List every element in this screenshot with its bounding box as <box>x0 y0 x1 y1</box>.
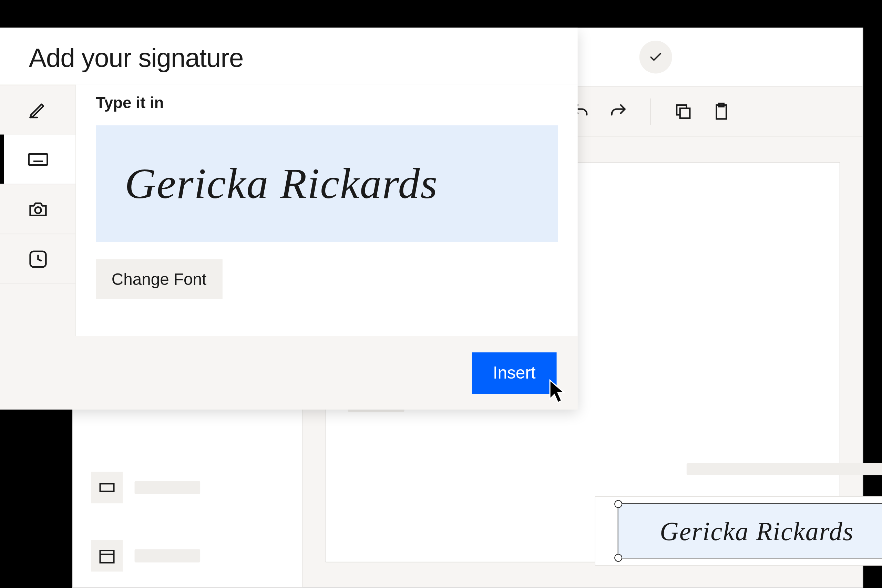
svg-rect-5 <box>100 550 114 563</box>
signature-mode-tabs <box>0 85 76 336</box>
signature-preview[interactable]: Gericka Rickards <box>96 125 558 242</box>
modal-title: Add your signature <box>0 27 578 85</box>
check-icon <box>648 50 663 64</box>
sidebar-field-date[interactable] <box>91 540 284 572</box>
change-font-button[interactable]: Change Font <box>96 260 222 299</box>
date-field-icon <box>98 547 116 565</box>
signature-field-header <box>595 463 882 487</box>
copy-button[interactable] <box>674 102 693 121</box>
mode-tab-photo[interactable] <box>0 184 75 234</box>
confirm-button[interactable] <box>639 40 672 74</box>
clock-icon <box>27 248 48 269</box>
svg-point-17 <box>35 207 41 213</box>
modal-footer: Insert <box>0 336 578 409</box>
toolbar-separator <box>651 99 651 125</box>
placed-signature-text: Gericka Rickards <box>660 515 854 546</box>
mode-tab-type[interactable] <box>0 135 75 184</box>
signature-field-container: Gericka Rickards <box>595 496 882 566</box>
camera-icon <box>27 198 48 219</box>
svg-rect-0 <box>680 108 690 118</box>
mode-tab-history[interactable] <box>0 234 75 284</box>
mode-content-type: Type it in Gericka Rickards Change Font <box>76 85 578 336</box>
copy-icon <box>674 102 693 121</box>
keyboard-icon <box>27 148 49 171</box>
svg-rect-3 <box>100 484 114 491</box>
resize-handle-bl[interactable] <box>614 554 622 562</box>
section-label: Type it in <box>96 94 558 112</box>
clipboard-icon <box>711 102 731 121</box>
sidebar-field-text[interactable] <box>91 472 284 503</box>
text-field-icon <box>98 478 116 497</box>
redo-button[interactable] <box>609 102 628 121</box>
insert-button[interactable]: Insert <box>472 352 557 393</box>
redo-icon <box>609 102 628 121</box>
mode-tab-draw[interactable] <box>0 85 75 135</box>
add-signature-modal: Add your signature Type it in G <box>0 27 578 410</box>
paste-button[interactable] <box>711 102 731 121</box>
signature-preview-text: Gericka Rickards <box>125 159 438 209</box>
pencil-icon <box>27 99 48 120</box>
svg-rect-11 <box>28 154 47 165</box>
resize-handle-tl[interactable] <box>614 500 622 508</box>
placed-signature[interactable]: Gericka Rickards <box>618 503 882 558</box>
modal-body: Type it in Gericka Rickards Change Font <box>0 85 578 336</box>
